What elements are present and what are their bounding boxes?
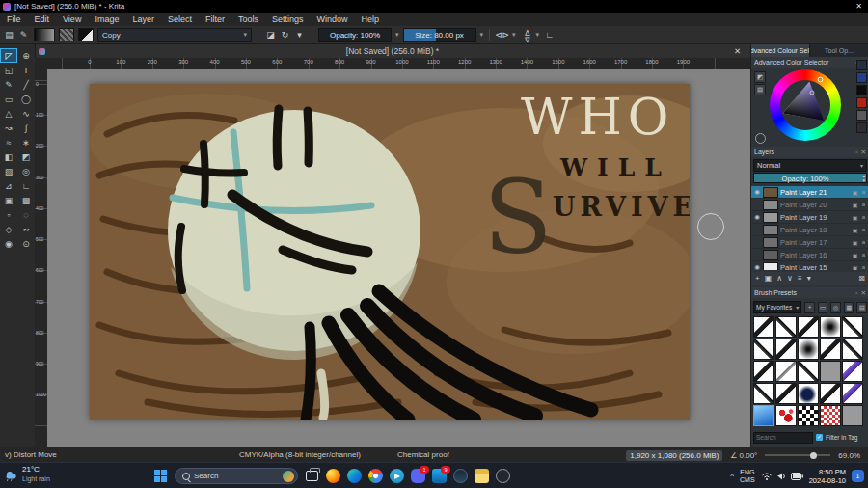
brush-preset-blue-selected[interactable] xyxy=(753,405,774,426)
brush-preset-stroke-a[interactable] xyxy=(775,383,797,404)
mirror-vertical-button[interactable]: ⊲⊳ xyxy=(520,29,532,41)
layer-visibility-icon[interactable]: ◉ xyxy=(753,263,761,270)
layer-row[interactable]: Paint Layer 18▣a xyxy=(751,224,868,236)
tool-ellipse[interactable]: ◯ xyxy=(17,92,35,106)
menu-layer[interactable]: Layer xyxy=(125,14,161,24)
start-button[interactable] xyxy=(152,468,169,484)
canvas-artwork[interactable]: WHO WILL S URVIVE? xyxy=(90,84,690,420)
document-close-button[interactable]: ✕ xyxy=(734,46,741,56)
brush-preset-stroke-a[interactable] xyxy=(820,383,841,404)
detail-view-icon[interactable]: ▤ xyxy=(856,302,867,313)
tool-select-freehand[interactable]: ∾ xyxy=(17,222,35,236)
brush-search-input[interactable] xyxy=(753,432,813,444)
brush-preset-stroke-a[interactable] xyxy=(753,316,774,338)
notification-badge[interactable]: 1 xyxy=(852,470,864,482)
tool-line[interactable]: ╱ xyxy=(17,77,35,92)
close-docker-icon[interactable]: ✕ xyxy=(861,149,866,156)
alpha-lock-icon[interactable]: a xyxy=(860,202,867,208)
alpha-lock-icon[interactable]: a xyxy=(860,214,867,221)
zoom-slider[interactable] xyxy=(765,454,830,456)
alpha-inherit-icon[interactable]: ▣ xyxy=(852,227,858,233)
vertical-ruler[interactable]: 01002003004005006007008009001000 xyxy=(35,69,48,447)
color-history-swatch[interactable] xyxy=(856,122,867,133)
brush-preset-checker[interactable] xyxy=(798,405,819,426)
opacity-spin-buttons[interactable]: ▴▾ xyxy=(862,174,865,183)
edit-brush-settings-icon[interactable]: ✎ xyxy=(17,29,30,41)
filter-in-tag-checkbox[interactable]: ✓ xyxy=(816,434,823,441)
brush-preset-red-checker[interactable] xyxy=(820,405,841,426)
tool-text[interactable]: T xyxy=(17,63,35,77)
menu-image[interactable]: Image xyxy=(88,14,125,24)
search-presets-icon[interactable]: ◎ xyxy=(830,302,841,313)
delete-layer-button[interactable]: ⊠ xyxy=(858,274,865,283)
close-docker-icon[interactable]: ✕ xyxy=(861,289,866,297)
taskbar-app-obs[interactable] xyxy=(495,468,511,484)
layer-properties-button[interactable]: ≡ xyxy=(798,274,802,283)
layer-menu-button[interactable]: ▾ xyxy=(807,274,811,283)
layer-row[interactable]: ◉Paint Layer 21▣a xyxy=(751,186,868,199)
color-patch-button[interactable] xyxy=(755,133,766,144)
hsv-triangle[interactable] xyxy=(770,69,841,141)
alpha-lock-icon[interactable]: a xyxy=(860,252,867,258)
size-caret-icon[interactable]: ▾ xyxy=(480,31,484,39)
hidden-icons-chevron[interactable]: ^ xyxy=(730,472,734,480)
alpha-lock-icon[interactable]: a xyxy=(860,264,867,271)
brush-preset-stroke-a[interactable] xyxy=(753,361,774,382)
alpha-inherit-icon[interactable]: ▣ xyxy=(852,239,858,246)
taskbar-app-outlook[interactable]: 9 xyxy=(431,468,448,484)
menu-file[interactable]: File xyxy=(0,14,28,24)
tool-polygon[interactable]: △ xyxy=(0,106,17,121)
choose-brush-preset-icon[interactable]: ▤ xyxy=(3,29,15,41)
brush-preset-red-dots[interactable] xyxy=(775,405,797,426)
menu-view[interactable]: View xyxy=(56,14,88,24)
tool-gradient[interactable]: ▨ xyxy=(0,164,17,178)
color-history-swatch[interactable] xyxy=(856,60,867,70)
tool-zoom[interactable]: ⊙ xyxy=(17,236,35,251)
brush-preset-soft[interactable] xyxy=(798,339,819,360)
opacity-caret-icon[interactable]: ▾ xyxy=(395,31,399,39)
alpha-inherit-icon[interactable]: ▣ xyxy=(852,202,858,208)
menu-select[interactable]: Select xyxy=(161,14,199,24)
brush-preset-stroke-a[interactable] xyxy=(775,339,797,360)
menu-help[interactable]: Help xyxy=(355,14,387,24)
opacity-slider[interactable]: Opacity: 100% xyxy=(318,28,392,42)
brush-preset-stroke-a[interactable] xyxy=(798,316,819,338)
colorspace-label[interactable]: CMYK/Alpha (8-bit integer/channel) xyxy=(239,450,361,459)
tool-fill[interactable]: ◧ xyxy=(0,149,17,164)
taskbar-app-firefox[interactable] xyxy=(325,468,341,484)
color-history-swatch[interactable] xyxy=(856,72,867,83)
taskbar-app-task-view[interactable] xyxy=(304,468,320,484)
alpha-inherit-icon[interactable]: ▣ xyxy=(852,264,858,271)
brush-preset-gray[interactable] xyxy=(820,361,841,382)
tool-measure[interactable]: ∟ xyxy=(17,178,35,193)
move-layer-down-button[interactable]: ∨ xyxy=(787,274,793,283)
tool-polyline[interactable]: ∿ xyxy=(17,106,35,121)
tab-tool-options[interactable]: Tool Op... xyxy=(810,44,868,57)
taskbar-app-chrome[interactable] xyxy=(367,468,384,484)
layer-row[interactable]: ◉Paint Layer 19▣a xyxy=(751,211,868,224)
menu-settings[interactable]: Settings xyxy=(265,14,311,24)
document-tab-bar[interactable]: [Not Saved] (256.0 MiB) * ✕ xyxy=(35,44,750,59)
menu-window[interactable]: Window xyxy=(310,14,354,24)
tool-crop[interactable]: ◱ xyxy=(0,63,17,77)
float-docker-icon[interactable]: ▫ xyxy=(855,289,857,297)
color-wheel[interactable] xyxy=(770,69,841,141)
size-slider[interactable]: Size: 80.00 px xyxy=(403,28,476,42)
brush-preset-gray[interactable] xyxy=(842,405,863,426)
tag-filter-dropdown[interactable]: My Favorites ▾ xyxy=(753,301,801,313)
brush-preset-stroke-b[interactable] xyxy=(842,339,863,360)
color-history-swatch[interactable] xyxy=(856,110,867,121)
taskbar-search[interactable]: Search xyxy=(175,468,298,484)
tool-bezier-curve[interactable]: ↝ xyxy=(0,121,17,135)
mirror-horizontal-caret-icon[interactable]: ▾ xyxy=(512,31,516,39)
layer-visibility-icon[interactable]: ◉ xyxy=(753,213,761,221)
canvas-angle-button[interactable]: ∟ xyxy=(543,29,556,41)
alpha-inherit-icon[interactable]: ▣ xyxy=(852,189,858,196)
clock[interactable]: 8:50 PM 2024-08-10 xyxy=(809,468,846,485)
foreground-background-colors[interactable] xyxy=(78,28,94,41)
brush-preset-violet[interactable] xyxy=(842,361,863,382)
grid-view-icon[interactable]: ▦ xyxy=(844,302,854,313)
brush-preset-stroke-b[interactable] xyxy=(775,316,797,338)
move-layer-up-button[interactable]: ∧ xyxy=(776,274,782,283)
brush-preset-violet[interactable] xyxy=(842,383,863,404)
